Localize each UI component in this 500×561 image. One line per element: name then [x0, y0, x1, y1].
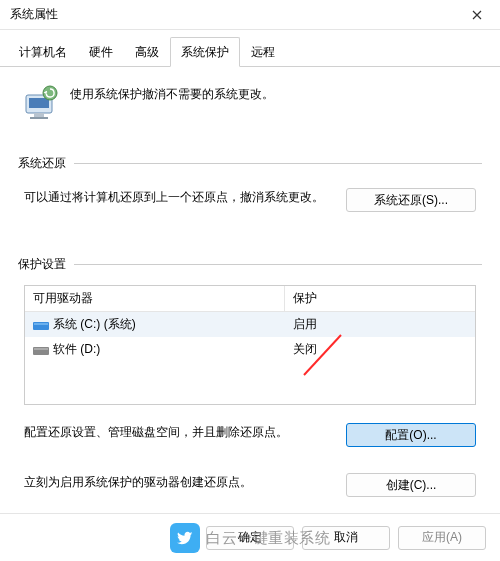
svg-rect-2 [34, 113, 44, 117]
disk-icon [33, 344, 49, 356]
section-title-protection: 保护设置 [18, 256, 66, 273]
restore-description: 可以通过将计算机还原到上一个还原点，撤消系统更改。 [24, 188, 328, 207]
apply-button[interactable]: 应用(A) [398, 526, 486, 550]
cancel-button[interactable]: 取消 [302, 526, 390, 550]
drive-name: 系统 (C:) (系统) [53, 316, 136, 333]
create-button[interactable]: 创建(C)... [346, 473, 476, 497]
tab-system-protection[interactable]: 系统保护 [170, 37, 240, 67]
window-title: 系统属性 [10, 6, 58, 23]
protection-settings-section: 保护设置 可用驱动器 保护 系统 (C:) (系统) 启用 [18, 256, 482, 501]
configure-description: 配置还原设置、管理磁盘空间，并且删除还原点。 [24, 423, 328, 442]
tab-hardware[interactable]: 硬件 [78, 37, 124, 67]
system-protection-icon [20, 83, 60, 123]
drive-name: 软件 (D:) [53, 341, 100, 358]
drives-body: 系统 (C:) (系统) 启用 软件 (D:) 关闭 [25, 312, 475, 362]
tabs: 计算机名 硬件 高级 系统保护 远程 [0, 30, 500, 67]
drives-table[interactable]: 可用驱动器 保护 系统 (C:) (系统) 启用 [24, 285, 476, 405]
tab-remote[interactable]: 远程 [240, 37, 286, 67]
divider [74, 264, 482, 265]
drive-cell: 软件 (D:) [25, 339, 285, 360]
intro-text: 使用系统保护撤消不需要的系统更改。 [70, 83, 274, 103]
tab-computer-name[interactable]: 计算机名 [8, 37, 78, 67]
tab-advanced[interactable]: 高级 [124, 37, 170, 67]
divider [74, 163, 482, 164]
intro-row: 使用系统保护撤消不需要的系统更改。 [18, 77, 482, 141]
svg-rect-8 [34, 348, 48, 350]
dialog-footer: 确定 取消 应用(A) [0, 513, 500, 561]
titlebar: 系统属性 [0, 0, 500, 30]
ok-button[interactable]: 确定 [206, 526, 294, 550]
configure-button[interactable]: 配置(O)... [346, 423, 476, 447]
system-restore-button[interactable]: 系统还原(S)... [346, 188, 476, 212]
disk-icon [33, 319, 49, 331]
close-button[interactable] [454, 0, 500, 30]
drives-header: 可用驱动器 保护 [25, 286, 475, 312]
create-description: 立刻为启用系统保护的驱动器创建还原点。 [24, 473, 328, 492]
system-restore-section: 系统还原 可以通过将计算机还原到上一个还原点，撤消系统更改。 系统还原(S)..… [18, 155, 482, 216]
drive-status: 关闭 [285, 339, 475, 360]
drive-cell: 系统 (C:) (系统) [25, 314, 285, 335]
svg-rect-1 [29, 98, 49, 108]
col-header-drive[interactable]: 可用驱动器 [25, 286, 285, 311]
drive-status: 启用 [285, 314, 475, 335]
close-icon [472, 10, 482, 20]
table-row[interactable]: 软件 (D:) 关闭 [25, 337, 475, 362]
section-title-restore: 系统还原 [18, 155, 66, 172]
svg-rect-6 [34, 323, 48, 325]
svg-rect-3 [30, 117, 48, 119]
table-row[interactable]: 系统 (C:) (系统) 启用 [25, 312, 475, 337]
content: 使用系统保护撤消不需要的系统更改。 系统还原 可以通过将计算机还原到上一个还原点… [0, 67, 500, 511]
col-header-protection[interactable]: 保护 [285, 286, 475, 311]
